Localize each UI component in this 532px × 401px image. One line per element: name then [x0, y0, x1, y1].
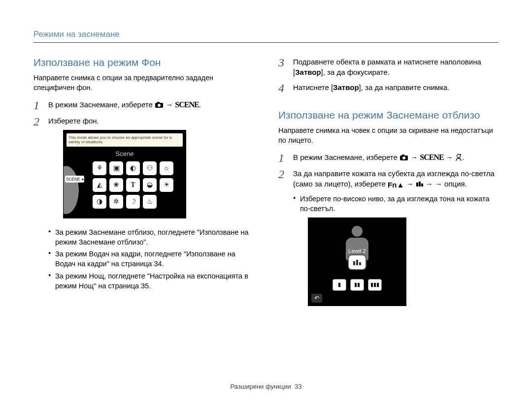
level-options-row: ▮ ▮▮ ▮▮▮ — [332, 279, 382, 291]
breadcrumb: Режими на заснемане — [33, 30, 499, 43]
arrow-icon: → — [166, 100, 175, 109]
scene-icon[interactable]: ☀ — [160, 178, 173, 192]
svg-rect-11 — [356, 260, 358, 265]
intro-text: Направете снимка с опции за предварителн… — [33, 73, 254, 93]
svg-point-6 — [457, 154, 461, 158]
face-level-icon — [416, 181, 424, 187]
arrow-icon: → — [426, 180, 433, 188]
footer-section: Разширени функции — [230, 383, 291, 390]
content-columns: Използване на режим Фон Направете снимка… — [33, 57, 499, 311]
camera-icon — [399, 154, 408, 161]
page-footer: Разширени функции 33 — [0, 383, 532, 390]
intro-text-2: Направете снимка на човек с опции за скр… — [278, 126, 499, 145]
note-item: За режим Заснемане отблизо, погледнете "… — [48, 227, 254, 247]
scene-icon[interactable]: ☽ — [126, 195, 140, 209]
step-2: Изберете фон. This mode allows you to ch… — [33, 116, 254, 218]
note-item: Изберете по-високо ниво, за да изглежда … — [293, 194, 499, 214]
step-4: Натиснете [Затвор], за да направите сним… — [278, 82, 499, 93]
footer-page-number: 33 — [295, 383, 301, 390]
scene-label-inline: SCENE — [420, 153, 443, 161]
svg-rect-4 — [402, 154, 404, 156]
svg-point-5 — [402, 156, 405, 159]
svg-rect-8 — [419, 182, 421, 186]
step-text: В режим Заснемане, изберете — [48, 100, 155, 109]
steps-list-right-top: Подравнете обекта в рамката и натиснете … — [278, 57, 499, 93]
step-1: В режим Заснемане, изберете → SCENE. — [33, 99, 254, 110]
svg-point-2 — [158, 104, 161, 107]
svg-rect-9 — [421, 184, 423, 186]
scene-icon[interactable]: ◐ — [126, 161, 140, 175]
step-3: Подравнете обекта в рамката и натиснете … — [278, 57, 499, 77]
level-label: Level 2 — [348, 247, 366, 255]
step-text: ], за да направите снимка. — [359, 83, 450, 92]
back-button[interactable]: ↶ — [311, 294, 322, 303]
camera-icon — [155, 101, 164, 108]
right-column: Подравнете обекта в рамката и натиснете … — [278, 57, 499, 311]
arrow-icon: → — [406, 180, 415, 188]
fn-up-icon: Fn▲ — [388, 180, 404, 190]
scene-icon[interactable]: ◭ — [93, 178, 106, 192]
beauty-icon — [455, 153, 462, 161]
arrow-icon: → — [446, 153, 455, 161]
scene-icon[interactable]: ◑ — [93, 195, 106, 209]
section-title-closeup-mode: Използване на режим Заснемане отблизо — [278, 109, 499, 121]
note-item: За режим Нощ, погледнете "Настройка на е… — [48, 271, 254, 291]
scene-icon[interactable]: ⚘ — [93, 161, 106, 175]
svg-rect-10 — [353, 261, 355, 265]
left-column: Използване на режим Фон Направете снимка… — [33, 57, 254, 311]
steps-list-left: В режим Заснемане, изберете → SCENE. Изб… — [33, 99, 254, 218]
step-text: Изберете фон. — [48, 117, 99, 125]
step-text: → опция. — [435, 180, 467, 188]
scene-icon-grid: ⚘ ▣ ◐ ⚇ ☼ ◭ ❀ T ◒ ☀ ◑ ✲ ☽ ♨ — [83, 161, 183, 209]
scene-label-inline: SCENE — [175, 100, 199, 109]
step-text: Натиснете [ — [293, 83, 333, 92]
scene-back-badge: SCENE ◂ — [65, 176, 84, 183]
shutter-label: Затвор — [295, 68, 321, 76]
step-2-r: За да направите кожата на субекта да изг… — [278, 168, 499, 307]
svg-rect-7 — [416, 183, 418, 186]
step-1-r: В режим Заснемане, изберете → SCENE → . — [278, 152, 499, 163]
hint-tooltip: This mode allows you to choose an approp… — [66, 133, 183, 147]
scene-menu-screenshot: This mode allows you to choose an approp… — [63, 130, 186, 218]
note-item: За режим Водач на кадри, погледнете "Изп… — [48, 249, 254, 269]
step-text: ], за да фокусирате. — [321, 68, 390, 76]
scene-icon[interactable]: ⚇ — [143, 161, 157, 175]
scene-icon[interactable]: T — [126, 178, 140, 192]
steps-list-right-bottom: В режим Заснемане, изберете → SCENE → . … — [278, 152, 499, 306]
section-title-background-mode: Използване на режим Фон — [33, 57, 254, 68]
scene-icon[interactable]: ❀ — [109, 178, 123, 192]
level-option-2[interactable]: ▮▮ — [350, 279, 364, 291]
scene-icon[interactable]: ▣ — [109, 161, 123, 175]
sub-notes: Изберете по-високо ниво, за да изглежда … — [293, 194, 499, 214]
shutter-label: Затвор — [333, 83, 359, 92]
notes-list: За режим Заснемане отблизо, погледнете "… — [33, 227, 254, 291]
svg-rect-12 — [359, 262, 361, 265]
scene-icon[interactable]: ♨ — [143, 195, 157, 209]
level-screenshot: Level 2 ▮ ▮▮ ▮▮▮ ↶ — [308, 217, 406, 306]
svg-rect-1 — [157, 102, 160, 103]
scene-icon[interactable]: ☼ — [160, 161, 173, 175]
level-option-3[interactable]: ▮▮▮ — [368, 279, 382, 291]
scene-icon[interactable]: ◒ — [143, 178, 157, 192]
scene-icon[interactable]: ✲ — [109, 195, 123, 209]
level-option-1[interactable]: ▮ — [332, 279, 346, 291]
arrow-icon: → — [410, 153, 420, 161]
level-center-button[interactable] — [349, 255, 366, 269]
step-text: В режим Заснемане, изберете — [293, 153, 399, 161]
